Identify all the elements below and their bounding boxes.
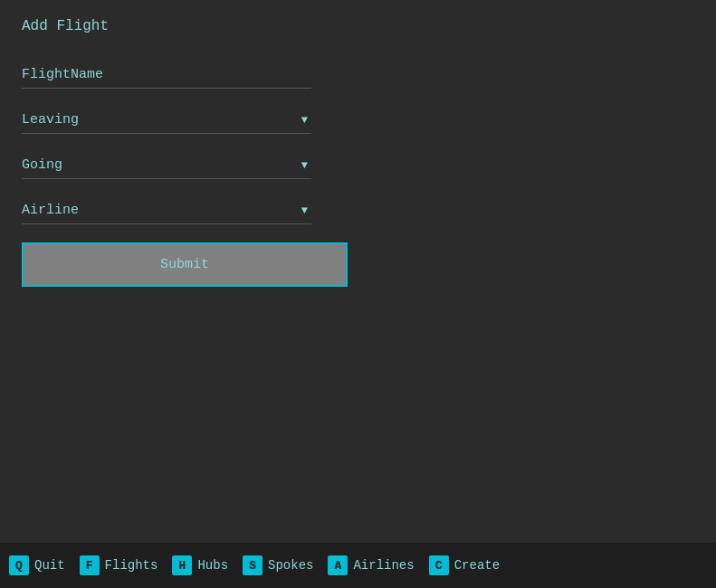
nav-key-f: F: [80, 555, 100, 575]
airline-wrapper: Airline ▼: [22, 197, 311, 224]
nav-key-q: Q: [9, 555, 29, 575]
flight-name-row: [22, 62, 694, 89]
going-row: Going ▼: [22, 152, 694, 179]
main-content: Add Flight Leaving ▼ Going ▼ Airline ▼ S…: [0, 0, 716, 543]
airline-select[interactable]: Airline: [22, 197, 311, 224]
nav-label-spokes: Spokes: [268, 558, 313, 573]
nav-label-flights: Flights: [105, 558, 158, 573]
going-select[interactable]: Going: [22, 152, 311, 179]
submit-button[interactable]: Submit: [22, 242, 348, 287]
leaving-row: Leaving ▼: [22, 107, 694, 134]
nav-key-h: H: [172, 555, 192, 575]
airline-row: Airline ▼: [22, 197, 694, 224]
nav-item-hubs[interactable]: HHubs: [172, 555, 228, 575]
nav-label-hubs: Hubs: [197, 558, 228, 573]
nav-key-a: A: [328, 555, 348, 575]
nav-item-spokes[interactable]: SSpokes: [243, 555, 313, 575]
page-title: Add Flight: [22, 18, 694, 34]
bottom-nav: QQuitFFlightsHHubsSSpokesAAirlinesCCreat…: [0, 543, 716, 588]
nav-key-s: S: [243, 555, 263, 575]
nav-item-create[interactable]: CCreate: [429, 555, 500, 575]
nav-label-airlines: Airlines: [353, 558, 414, 573]
leaving-wrapper: Leaving ▼: [22, 107, 311, 134]
nav-item-quit[interactable]: QQuit: [9, 555, 65, 575]
leaving-select[interactable]: Leaving: [22, 107, 311, 134]
going-wrapper: Going ▼: [22, 152, 311, 179]
flight-name-input[interactable]: [22, 62, 311, 89]
nav-item-airlines[interactable]: AAirlines: [328, 555, 414, 575]
nav-label-create: Create: [454, 558, 500, 573]
nav-key-c: C: [429, 555, 449, 575]
nav-label-quit: Quit: [34, 558, 65, 573]
nav-item-flights[interactable]: FFlights: [80, 555, 158, 575]
